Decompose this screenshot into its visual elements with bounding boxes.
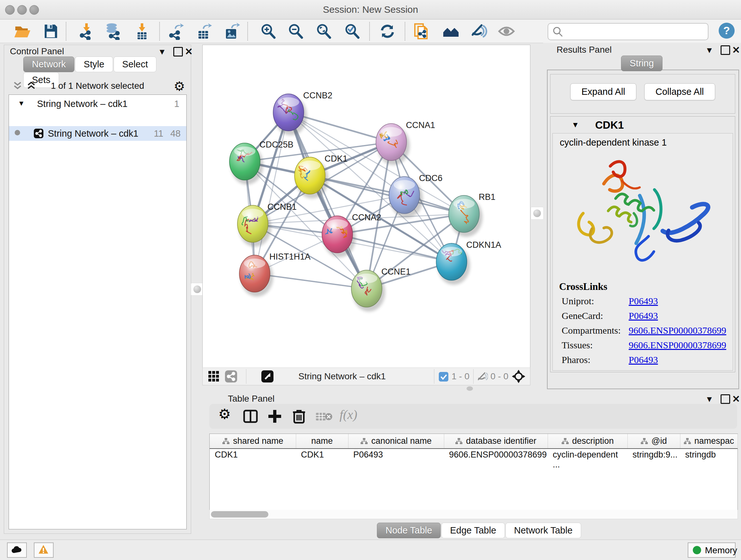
- delete-column-icon[interactable]: [291, 408, 307, 424]
- crosslink-genecard-link[interactable]: P06493: [629, 310, 658, 321]
- column-header-description[interactable]: description: [548, 434, 628, 448]
- column-header--id[interactable]: @id: [627, 434, 680, 448]
- gear-icon[interactable]: ⚙: [174, 79, 185, 94]
- zoom-fit-icon[interactable]: [315, 23, 333, 40]
- column-header-database-identifier[interactable]: database identifier: [444, 434, 548, 448]
- zoom-out-icon[interactable]: [287, 23, 305, 40]
- table-panel: Table Panel ▼ ✕ ⚙ f(x) shared namenameca…: [202, 391, 741, 538]
- string-glass-toggle-icon[interactable]: [470, 23, 487, 40]
- expand-all-icon[interactable]: [26, 81, 37, 91]
- crosslink-compartments-link[interactable]: 9606.ENSP00000378699: [629, 325, 726, 336]
- table-gear-icon[interactable]: ⚙: [218, 406, 234, 422]
- expand-all-button[interactable]: Expand All: [570, 83, 636, 100]
- network-view[interactable]: CCNB2CCNA1CDC25BCDK1CDC6RB1CCNB1CCNA2CDK…: [202, 45, 530, 368]
- collapse-all-icon[interactable]: [12, 81, 23, 91]
- column-header-name[interactable]: name: [296, 434, 348, 448]
- crosslink-uniprot-link[interactable]: P06493: [629, 296, 658, 307]
- control-panel-tab-select[interactable]: Select: [114, 57, 157, 72]
- export-network-icon[interactable]: [167, 23, 185, 40]
- column-header-namespac[interactable]: namespac: [680, 434, 738, 448]
- table-tab-node-table[interactable]: Node Table: [377, 523, 441, 538]
- left-splitter-handle[interactable]: [191, 283, 204, 296]
- node-rb1[interactable]: [449, 195, 482, 237]
- memory-button[interactable]: Memory: [688, 543, 736, 558]
- warning-status-button[interactable]: [34, 543, 54, 558]
- collapse-panel-icon[interactable]: ▼: [705, 395, 714, 403]
- node-ccna2[interactable]: [322, 216, 356, 257]
- function-builder-icon[interactable]: f(x): [340, 407, 368, 423]
- show-details-eye-icon[interactable]: [498, 23, 515, 40]
- cytoscape-window: Session: New Session: [0, 0, 741, 560]
- right-splitter-handle[interactable]: [531, 207, 543, 220]
- network-row-selected[interactable]: String Network – cdk1 11 48: [9, 126, 186, 141]
- crosslink-tissues-link[interactable]: 9606.ENSP00000378699: [629, 340, 726, 351]
- duplicate-network-icon[interactable]: [413, 23, 430, 40]
- show-columns-icon[interactable]: [243, 408, 259, 424]
- add-column-icon[interactable]: [267, 408, 283, 424]
- scrollbar-thumb[interactable]: [211, 511, 268, 517]
- collapse-panel-icon[interactable]: ▼: [705, 46, 714, 54]
- search-input[interactable]: [567, 25, 705, 38]
- cell-database-identifier[interactable]: 9606.ENSP00000378699: [444, 450, 548, 460]
- node-ccne1[interactable]: [351, 270, 385, 312]
- entry-collapse-icon[interactable]: ▼: [571, 120, 579, 129]
- control-panel-tab-style[interactable]: Style: [75, 57, 113, 72]
- node-ccnb2[interactable]: [273, 94, 307, 135]
- delete-table-icon[interactable]: [315, 411, 333, 422]
- import-table-from-file-icon[interactable]: [133, 23, 151, 40]
- grid-view-icon[interactable]: [208, 370, 220, 382]
- node-hist1h1a[interactable]: [239, 255, 273, 297]
- edge[interactable]: [288, 112, 367, 289]
- column-label: namespac: [694, 436, 734, 446]
- hidden-items-icon[interactable]: [477, 372, 488, 381]
- close-panel-icon[interactable]: ✕: [732, 394, 740, 404]
- close-panel-icon[interactable]: ✕: [185, 47, 193, 57]
- crosslink-pharos-link[interactable]: P06493: [629, 354, 658, 365]
- horizontal-scrollbar[interactable]: [209, 510, 738, 519]
- table-tab-network-table[interactable]: Network Table: [506, 523, 581, 538]
- edge[interactable]: [255, 112, 288, 273]
- float-panel-icon[interactable]: [173, 47, 183, 57]
- export-image-icon[interactable]: [223, 23, 240, 40]
- crosslink-row: GeneCard:P06493: [553, 310, 733, 325]
- zoom-in-icon[interactable]: [260, 23, 277, 40]
- import-network-from-file-icon[interactable]: [78, 23, 95, 40]
- export-table-icon[interactable]: [195, 23, 212, 40]
- selected-checkbox-icon[interactable]: [439, 372, 448, 381]
- cell-canonical-name[interactable]: P06493: [348, 450, 444, 460]
- node-entry-header[interactable]: ▼ CDK1: [550, 117, 735, 133]
- cell-description[interactable]: cyclin-dependent ...: [548, 450, 627, 470]
- birds-eye-icon[interactable]: [261, 370, 273, 382]
- collapse-all-button[interactable]: Collapse All: [644, 83, 715, 100]
- help-icon[interactable]: ?: [718, 22, 735, 39]
- refresh-layout-icon[interactable]: [379, 23, 396, 40]
- zoom-selected-icon[interactable]: [344, 23, 361, 40]
- network-overview-icon[interactable]: [225, 370, 237, 382]
- string-home-icon[interactable]: [442, 23, 460, 40]
- column-header-canonical-name[interactable]: canonical name: [348, 434, 444, 448]
- control-panel-tab-network[interactable]: Network: [23, 57, 74, 72]
- tree-expand-icon[interactable]: ▼: [18, 99, 25, 108]
- cell-namespac[interactable]: stringdb: [680, 450, 738, 460]
- node-cdc6[interactable]: [389, 177, 423, 218]
- fit-selected-crosshair-icon[interactable]: [512, 369, 526, 383]
- close-panel-icon[interactable]: ✕: [732, 45, 740, 55]
- cell--id[interactable]: stringdb:9...: [627, 450, 680, 460]
- node-cdkn1a[interactable]: [436, 243, 470, 285]
- cell-shared-name[interactable]: CDK1: [210, 450, 296, 460]
- network-collection-row[interactable]: ▼ String Network – cdk1 1: [9, 97, 186, 111]
- node-cdc25b[interactable]: [229, 143, 263, 185]
- import-network-from-database-icon[interactable]: [105, 23, 122, 40]
- column-header-shared-name[interactable]: shared name: [210, 434, 296, 448]
- cell-name[interactable]: CDK1: [296, 450, 348, 460]
- collapse-panel-icon[interactable]: ▼: [158, 48, 166, 56]
- save-session-icon[interactable]: [42, 23, 59, 40]
- float-panel-icon[interactable]: [721, 394, 730, 404]
- tab-string[interactable]: String: [621, 56, 663, 71]
- table-tab-edge-table[interactable]: Edge Table: [441, 523, 505, 538]
- collection-count: 1: [174, 99, 179, 109]
- horizontal-splitter-handle[interactable]: [467, 386, 473, 391]
- cloud-status-button[interactable]: [7, 543, 27, 558]
- float-panel-icon[interactable]: [721, 45, 730, 55]
- open-session-icon[interactable]: [13, 23, 30, 40]
